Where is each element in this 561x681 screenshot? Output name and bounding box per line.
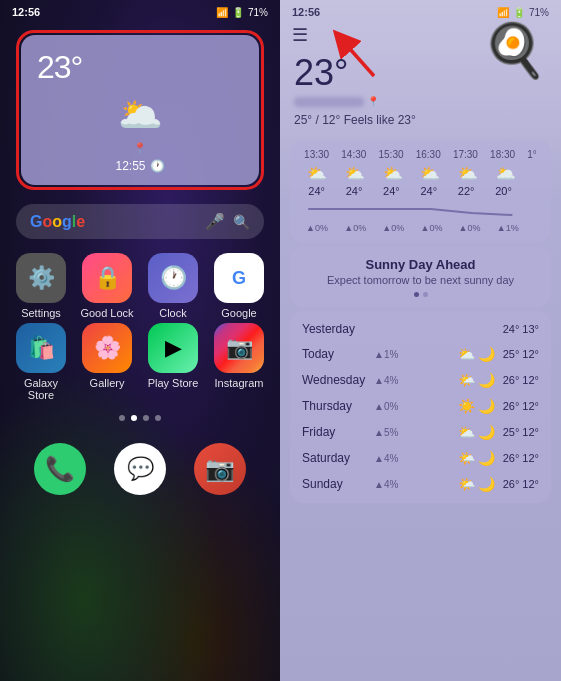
daily-row-sunday: Sunday ▲4% 🌤️🌙 26° 12° [290, 471, 551, 497]
galaxy-store-icon: 🛍️ [16, 323, 66, 373]
daily-row-yesterday: Yesterday 24° 13° [290, 317, 551, 341]
app-settings[interactable]: ⚙️ Settings [12, 253, 70, 319]
widget-time: 12:55 🕐 [37, 159, 243, 173]
app-galaxy-store[interactable]: 🛍️ Galaxy Store [12, 323, 70, 401]
right-weather-main: 23° 📍 25° / 12° Feels like 23° [280, 48, 561, 135]
goodlock-label: Good Lock [80, 307, 133, 319]
right-status-icons: 📶 🔋 71% [497, 7, 549, 18]
sunny-dot-1 [414, 292, 419, 297]
left-status-time: 12:56 [12, 6, 40, 18]
right-phone: 12:56 📶 🔋 71% ☰ 🍳 23° 📍 25° / 12° Fe [280, 0, 561, 681]
rain-chance: ▲5% [374, 427, 410, 438]
sunny-title: Sunny Day Ahead [304, 257, 537, 272]
search-bar[interactable]: Google 🎤 🔍 [16, 204, 264, 239]
daily-forecast-list: Yesterday 24° 13° Today ▲1% ⛅🌙 25° 12° W… [290, 311, 551, 503]
lens-icon[interactable]: 🔍 [233, 214, 250, 230]
app-google[interactable]: G Google [210, 253, 268, 319]
day-label: Yesterday [302, 322, 374, 336]
red-highlight-border: 23° 🌥️ 📍 12:55 🕐 [16, 30, 264, 190]
temp-range: 24° 13° [495, 323, 539, 335]
weather-icons: 🌤️🌙 [458, 476, 495, 492]
gallery-label: Gallery [90, 377, 125, 389]
rain-chance: ▲1% [374, 349, 410, 360]
daily-row-thursday: Thursday ▲0% ☀️🌙 26° 12° [290, 393, 551, 419]
rain-chance: ▲4% [374, 479, 410, 490]
settings-label: Settings [21, 307, 61, 319]
left-status-bar: 12:56 📶 🔋 71% [0, 0, 280, 22]
play-store-label: Play Store [148, 377, 199, 389]
weather-icons: ☀️🌙 [458, 398, 495, 414]
temp-range: 26° 12° [495, 478, 539, 490]
temp-range: 25° 12° [495, 348, 539, 360]
google-label: Google [221, 307, 256, 319]
day-label: Sunday [302, 477, 374, 491]
google-icon: G [214, 253, 264, 303]
weather-icons: 🌤️🌙 [458, 372, 495, 388]
weather-widget[interactable]: 23° 🌥️ 📍 12:55 🕐 [21, 35, 259, 185]
settings-icon: ⚙️ [16, 253, 66, 303]
location-pin-right: 📍 [367, 96, 379, 107]
app-grid-row2: 🛍️ Galaxy Store 🌸 Gallery ▶ Play Store 📷… [12, 323, 268, 401]
feels-like: 25° / 12° Feels like 23° [294, 113, 547, 127]
play-store-icon: ▶ [148, 323, 198, 373]
arrow-svg [324, 26, 384, 86]
galaxy-store-label: Galaxy Store [12, 377, 70, 401]
app-play-store[interactable]: ▶ Play Store [144, 323, 202, 401]
day-label: Today [302, 347, 374, 361]
messages-dock-icon[interactable]: 💬 [114, 443, 166, 495]
phone-dock-icon[interactable]: 📞 [34, 443, 86, 495]
hourly-forecast-card: 13:30 14:30 15:30 16:30 17:30 18:30 1° ⛅… [290, 139, 551, 243]
goodlock-icon: 🔒 [82, 253, 132, 303]
dot-3 [143, 415, 149, 421]
app-instagram[interactable]: 📷 Instagram [210, 323, 268, 401]
app-clock[interactable]: 🕐 Clock [144, 253, 202, 319]
temp-range: 26° 12° [495, 452, 539, 464]
rain-chance: ▲4% [374, 375, 410, 386]
hourly-temps-row: 24° 24° 24° 24° 22° 20° [298, 185, 543, 197]
sunny-subtitle: Expect tomorrow to be next sunny day [304, 274, 537, 286]
dot-2-active [131, 415, 137, 421]
daily-row-today: Today ▲1% ⛅🌙 25° 12° [290, 341, 551, 367]
app-grid-row1: ⚙️ Settings 🔒 Good Lock 🕐 Clock G Google [12, 253, 268, 319]
clock-app-icon: 🕐 [148, 253, 198, 303]
right-status-time: 12:56 [292, 6, 320, 18]
day-label: Thursday [302, 399, 374, 413]
widget-clock-time: 12:55 [115, 159, 145, 173]
right-location-row: 📍 [294, 96, 547, 107]
instagram-label: Instagram [215, 377, 264, 389]
weather-icons: ⛅🌙 [458, 346, 495, 362]
location-blur [294, 97, 364, 107]
hamburger-menu-icon[interactable]: ☰ [292, 26, 308, 44]
page-indicator [0, 415, 280, 421]
temp-range: 25° 12° [495, 426, 539, 438]
app-goodlock[interactable]: 🔒 Good Lock [78, 253, 136, 319]
day-label: Wednesday [302, 373, 374, 387]
clock-icon: 🕐 [150, 159, 165, 173]
app-gallery[interactable]: 🌸 Gallery [78, 323, 136, 401]
hourly-times-row: 13:30 14:30 15:30 16:30 17:30 18:30 1° [298, 149, 543, 160]
left-status-icons: 📶 🔋 71% [216, 7, 268, 18]
widget-weather-icon: 🌥️ [37, 94, 243, 136]
day-label: Friday [302, 425, 374, 439]
daily-row-saturday: Saturday ▲4% 🌤️🌙 26° 12° [290, 445, 551, 471]
day-label: Saturday [302, 451, 374, 465]
microphone-icon[interactable]: 🎤 [205, 212, 225, 231]
rain-chance: ▲4% [374, 453, 410, 464]
sunny-day-card: Sunny Day Ahead Expect tomorrow to be ne… [290, 247, 551, 307]
weather-widget-container: 23° 🌥️ 📍 12:55 🕐 [16, 30, 264, 190]
camera-dock-icon[interactable]: 📷 [194, 443, 246, 495]
widget-temperature: 23° [37, 49, 243, 86]
daily-row-wednesday: Wednesday ▲4% 🌤️🌙 26° 12° [290, 367, 551, 393]
daily-row-friday: Friday ▲5% ⛅🌙 25° 12° [290, 419, 551, 445]
instagram-icon: 📷 [214, 323, 264, 373]
temp-range: 26° 12° [495, 400, 539, 412]
rain-chance: ▲0% [374, 401, 410, 412]
sunny-dot-2 [423, 292, 428, 297]
google-logo: Google [30, 213, 85, 231]
weather-icons: ⛅🌙 [458, 424, 495, 440]
temp-range: 26° 12° [495, 374, 539, 386]
sunny-card-dots [304, 292, 537, 297]
bottom-dock: 📞 💬 📷 [20, 435, 260, 503]
gallery-icon: 🌸 [82, 323, 132, 373]
right-status-bar: 12:56 📶 🔋 71% [280, 0, 561, 22]
